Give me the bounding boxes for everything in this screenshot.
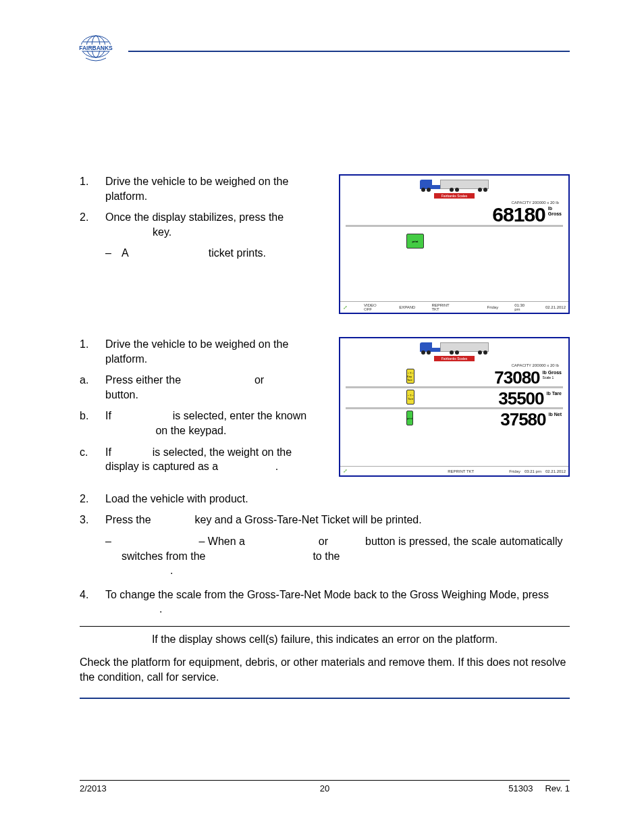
- tare-reading: 35500: [498, 390, 543, 407]
- header-rule: [128, 51, 570, 52]
- weight-reading: 68180: [492, 205, 545, 225]
- net-reading: 37580: [500, 411, 545, 428]
- print-button-icon: print: [406, 411, 413, 425]
- gtw-step-b: b. If is selected, enter the known on th…: [105, 409, 325, 438]
- reprint-label: REPRINT TKT: [448, 469, 474, 473]
- print-button-icon: print: [406, 234, 424, 249]
- expand-label: EXPAND: [399, 305, 415, 309]
- gross-reading: 73080: [494, 369, 539, 386]
- screenshot-gtw-mode: Fairbanks Scales CAPACITY 200000 x 20 lb…: [339, 337, 570, 477]
- step-1: 1.Drive the vehicle to be weighed on the…: [105, 174, 325, 203]
- gtw-step-3: 3. Press the key and a Gross-Tare-Net Ti…: [105, 513, 570, 577]
- note-heading: If the display shows cell(s) failure, th…: [80, 633, 570, 646]
- brand-bar: Fairbanks Scales: [434, 356, 475, 361]
- gtw-step-a: a. Press either the or button.: [105, 373, 325, 402]
- page-footer: 2/2013 20 51303Rev. 1: [80, 780, 570, 793]
- brand-bar: Fairbanks Scales: [434, 193, 475, 199]
- gtw-step-c: c. If is selected, the weight on the dis…: [105, 445, 325, 474]
- gtw-step-1: 1.Drive the vehicle to be weighed on the…: [105, 337, 325, 366]
- gtw-step-2: 2.Load the vehicle with product.: [105, 492, 570, 506]
- page-number: 20: [80, 783, 570, 793]
- note-body: Check the platform for equipment, debris…: [80, 655, 570, 684]
- failure-note-box: If the display shows cell(s) failure, th…: [80, 626, 570, 699]
- video-off-label: VIDEO OFF: [364, 303, 383, 311]
- key-tare-button-icon: →T←Key Tare: [406, 369, 414, 384]
- reprint-label: REPRINT TKT: [431, 303, 454, 311]
- expand-corner-icon: ⤢: [343, 468, 348, 474]
- screenshot-gross-mode: Fairbanks Scales CAPACITY 200000 x 20 lb…: [339, 174, 570, 314]
- expand-corner-icon: ⤢: [343, 305, 348, 311]
- gtw-step-4: 4. To change the scale from the Gross-Ta…: [105, 588, 570, 617]
- step-2: 2. Once the display stabilizes, press th…: [105, 210, 325, 261]
- tare-button-icon: →T←Tare: [406, 390, 414, 405]
- svg-text:FAIRBANKS: FAIRBANKS: [79, 45, 113, 51]
- fairbanks-logo: FAIRBANKS: [78, 34, 115, 68]
